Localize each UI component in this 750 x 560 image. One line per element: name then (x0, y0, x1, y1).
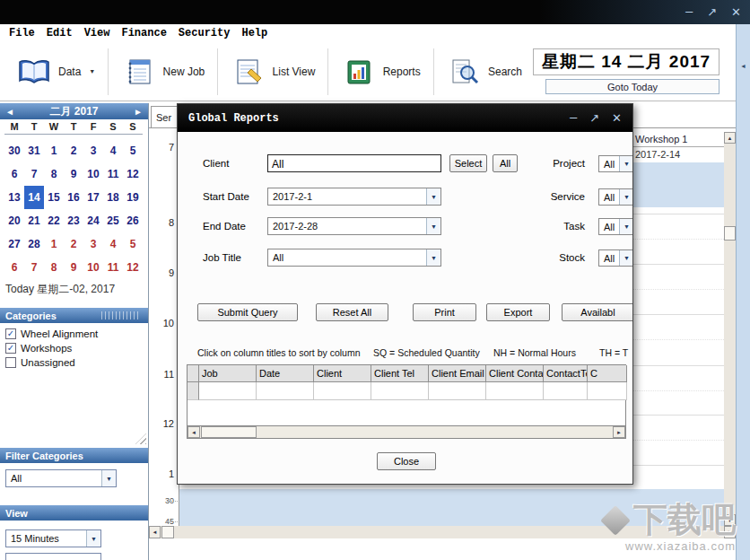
calendar-prev-icon[interactable]: ◄ (5, 107, 14, 117)
category-wheel-alignment[interactable]: ✓Wheel Alignment (0, 327, 148, 341)
close-button[interactable]: Close (377, 452, 436, 470)
calendar-day-10[interactable]: 10 (83, 162, 103, 186)
search-button[interactable]: Search (435, 54, 533, 90)
job-title-select[interactable]: All ▼ (267, 249, 441, 267)
calendar-day-1[interactable]: 1 (44, 232, 64, 256)
calendar-day-14[interactable]: 14 (24, 186, 44, 209)
calendar-day-17[interactable]: 17 (83, 186, 103, 209)
calendar-day-31[interactable]: 31 (24, 139, 44, 162)
horizontal-scrollbar[interactable]: ◄ ► (149, 526, 736, 538)
chevron-down-icon[interactable]: ▼ (619, 250, 633, 266)
scroll-right-icon[interactable]: ► (613, 426, 625, 438)
available-button[interactable]: Availabl (562, 303, 633, 321)
calendar-day-8[interactable]: 8 (44, 256, 64, 279)
title-bar[interactable]: ─ ↗ ✕ (0, 0, 750, 24)
menu-item-help[interactable]: Help (241, 27, 267, 39)
calendar-day-24[interactable]: 24 (83, 209, 103, 232)
minimize-icon[interactable]: ─ (685, 6, 693, 18)
print-button[interactable]: Print (413, 303, 476, 321)
data-button[interactable]: Data ▼ (5, 54, 106, 90)
vertical-scrollbar[interactable]: ▲ ▼ (724, 132, 736, 526)
calendar-day-18[interactable]: 18 (103, 186, 123, 209)
calendar-day-27[interactable]: 27 (4, 232, 24, 256)
calendar-day-30[interactable]: 30 (4, 139, 24, 162)
calendar-next-icon[interactable]: ► (134, 107, 143, 117)
column-header-c[interactable]: C (588, 365, 627, 382)
calendar-day-15[interactable]: 15 (44, 186, 64, 209)
calendar-day-8[interactable]: 8 (44, 162, 64, 186)
category-unassigned[interactable]: Unassigned (0, 355, 148, 370)
calendar-day-16[interactable]: 16 (64, 186, 83, 209)
menu-item-edit[interactable]: Edit (47, 27, 73, 39)
calendar-day-2[interactable]: 2 (64, 139, 83, 162)
right-panel-strip[interactable]: ◄ (736, 24, 750, 560)
close-icon[interactable]: ✕ (731, 6, 741, 18)
collapse-arrow-icon[interactable]: ◄ (740, 63, 746, 69)
calendar-day-2[interactable]: 2 (64, 232, 83, 256)
calendar-day-19[interactable]: 19 (123, 186, 143, 209)
service-select[interactable]: All ▼ (598, 188, 633, 206)
calendar-day-22[interactable]: 22 (44, 209, 64, 232)
chevron-down-icon[interactable]: ▼ (619, 219, 633, 234)
menu-item-security[interactable]: Security (179, 27, 231, 39)
calendar-day-26[interactable]: 26 (123, 209, 143, 232)
tab-service-calendar[interactable]: Ser (151, 106, 179, 127)
task-select[interactable]: All ▼ (598, 218, 633, 235)
calendar-day-6[interactable]: 6 (4, 256, 24, 279)
chevron-down-icon[interactable]: ▼ (101, 470, 116, 486)
calendar-day-6[interactable]: 6 (4, 162, 24, 186)
calendar-day-28[interactable]: 28 (24, 232, 44, 256)
calendar-day-12[interactable]: 12 (123, 256, 143, 279)
calendar-day-3[interactable]: 3 (83, 139, 103, 162)
menu-item-file[interactable]: File (9, 27, 35, 39)
column-header-client-tel[interactable]: Client Tel (371, 365, 429, 382)
calendar-day-23[interactable]: 23 (64, 209, 83, 232)
calendar-day-20[interactable]: 20 (4, 209, 24, 232)
maximize-icon[interactable]: ↗ (707, 6, 717, 18)
table-horizontal-scrollbar[interactable]: ◄ ► (188, 425, 625, 438)
calendar-day-11[interactable]: 11 (103, 162, 123, 186)
project-select[interactable]: All ▼ (598, 155, 633, 172)
filter-categories-select[interactable]: All ▼ (5, 469, 117, 487)
chevron-down-icon[interactable]: ▼ (86, 530, 100, 547)
calendar-day-4[interactable]: 4 (103, 232, 123, 256)
column-header-date[interactable]: Date (257, 365, 314, 382)
calendar-day-3[interactable]: 3 (83, 232, 103, 256)
column-header-job[interactable]: Job (199, 365, 257, 382)
calendar-day-5[interactable]: 5 (123, 139, 143, 162)
chevron-down-icon[interactable]: ▼ (619, 156, 633, 171)
minimize-icon[interactable]: ─ (570, 112, 577, 124)
reports-button[interactable]: Reports (330, 54, 432, 90)
menu-item-view[interactable]: View (84, 27, 110, 39)
select-button[interactable]: Select (449, 154, 487, 172)
chevron-down-icon[interactable]: ▼ (426, 188, 440, 205)
calendar-day-4[interactable]: 4 (103, 139, 123, 162)
maximize-icon[interactable]: ↗ (589, 112, 599, 124)
column-header-client[interactable]: Client (314, 365, 371, 382)
chevron-down-icon[interactable]: ▼ (426, 249, 440, 266)
scroll-right-icon[interactable]: ► (724, 526, 736, 538)
new-job-button[interactable]: New Job (110, 54, 216, 90)
calendar-day-13[interactable]: 13 (4, 186, 24, 209)
column-header-client-contac[interactable]: Client Contac (486, 365, 544, 382)
menu-item-finance[interactable]: Finance (121, 27, 166, 39)
calendar-day-21[interactable]: 21 (24, 209, 44, 232)
export-button[interactable]: Export (486, 303, 550, 321)
column-header-client-email[interactable]: Client Email (429, 365, 486, 382)
table-scroll-thumb[interactable] (201, 426, 257, 438)
view-interval-select[interactable]: 15 Minutes ▼ (5, 529, 101, 547)
chevron-down-icon[interactable]: ▼ (619, 189, 633, 205)
reset-all-button[interactable]: Reset All (316, 303, 388, 321)
calendar-day-5[interactable]: 5 (123, 232, 143, 256)
vertical-scroll-thumb[interactable] (724, 226, 736, 241)
calendar-day-25[interactable]: 25 (103, 209, 123, 232)
goto-today-button[interactable]: Goto Today (545, 79, 719, 94)
start-date-select[interactable]: 2017-2-1 ▼ (267, 188, 441, 206)
client-input[interactable]: All (267, 154, 441, 172)
scroll-left-icon[interactable]: ◄ (149, 526, 161, 538)
table-row[interactable] (188, 382, 625, 400)
scroll-up-icon[interactable]: ▲ (724, 132, 736, 144)
partial-control[interactable] (5, 553, 101, 560)
horizontal-scroll-thumb[interactable] (161, 526, 174, 538)
stock-select[interactable]: All ▼ (598, 249, 633, 267)
